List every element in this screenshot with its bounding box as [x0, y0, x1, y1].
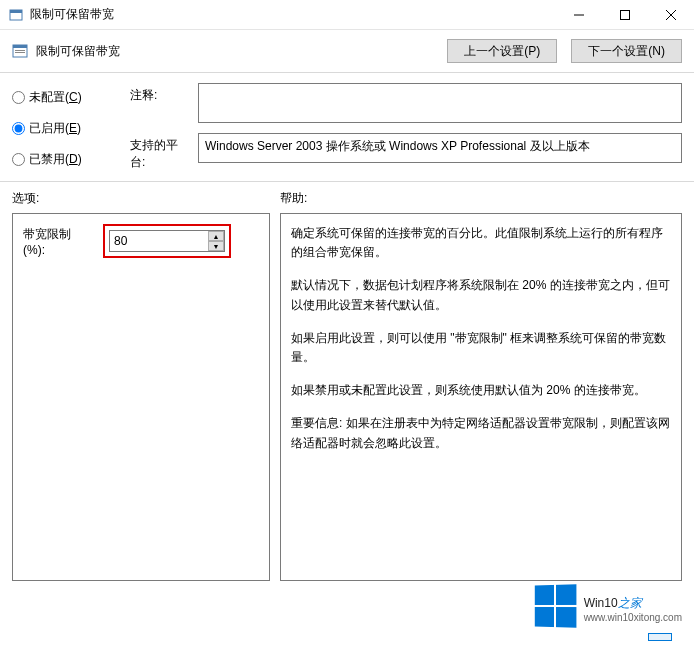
radio-disabled-label: 已禁用(D) — [29, 151, 82, 168]
close-button[interactable] — [648, 0, 694, 30]
app-icon — [8, 7, 24, 23]
next-setting-label: 下一个设置(N) — [588, 43, 665, 60]
options-section-label: 选项: — [12, 190, 280, 207]
radio-enabled-input[interactable] — [12, 122, 25, 135]
maximize-button[interactable] — [602, 0, 648, 30]
watermark-url: www.win10xitong.com — [584, 612, 682, 623]
config-section: 未配置(C) 已启用(E) 已禁用(D) 注释: 支持的平台: Windows … — [0, 73, 694, 171]
window-title: 限制可保留带宽 — [30, 6, 556, 23]
policy-title: 限制可保留带宽 — [36, 43, 433, 60]
spinner-down-button[interactable]: ▼ — [208, 241, 224, 251]
next-setting-button[interactable]: 下一个设置(N) — [571, 39, 682, 63]
platform-row: 支持的平台: Windows Server 2003 操作系统或 Windows… — [130, 133, 682, 171]
help-panel[interactable]: 确定系统可保留的连接带宽的百分比。此值限制系统上运行的所有程序的组合带宽保留。 … — [280, 213, 682, 581]
window-controls — [556, 0, 694, 30]
comment-label: 注释: — [130, 83, 190, 104]
spinner-up-button[interactable]: ▲ — [208, 231, 224, 241]
bandwidth-label: 带宽限制 (%): — [23, 226, 95, 257]
spinner-buttons: ▲ ▼ — [208, 231, 224, 251]
bandwidth-row: 带宽限制 (%): ▲ ▼ — [23, 224, 259, 258]
help-section-label: 帮助: — [280, 190, 307, 207]
radio-enabled[interactable]: 已启用(E) — [12, 120, 120, 137]
comment-input[interactable] — [198, 83, 682, 123]
svg-rect-7 — [13, 45, 27, 48]
bandwidth-highlight: ▲ ▼ — [103, 224, 231, 258]
platform-value: Windows Server 2003 操作系统或 Windows XP Pro… — [198, 133, 682, 163]
prev-setting-button[interactable]: 上一个设置(P) — [447, 39, 557, 63]
radio-not-configured-label: 未配置(C) — [29, 89, 82, 106]
help-text: 重要信息: 如果在注册表中为特定网络适配器设置带宽限制，则配置该网络适配器时就会… — [291, 414, 671, 452]
svg-rect-9 — [15, 52, 25, 53]
meta-fields: 注释: 支持的平台: Windows Server 2003 操作系统或 Win… — [130, 83, 682, 171]
minimize-button[interactable] — [556, 0, 602, 30]
radio-enabled-label: 已启用(E) — [29, 120, 81, 137]
help-text: 如果禁用或未配置此设置，则系统使用默认值为 20% 的连接带宽。 — [291, 381, 671, 400]
radio-disabled-input[interactable] — [12, 153, 25, 166]
options-panel: 带宽限制 (%): ▲ ▼ — [12, 213, 270, 581]
platform-label: 支持的平台: — [130, 133, 190, 171]
watermark-text: Win10之家 www.win10xitong.com — [584, 589, 682, 623]
policy-icon — [12, 43, 28, 59]
state-radios: 未配置(C) 已启用(E) 已禁用(D) — [12, 83, 120, 171]
svg-rect-3 — [621, 10, 630, 19]
comment-row: 注释: — [130, 83, 682, 123]
toolbar: 限制可保留带宽 上一个设置(P) 下一个设置(N) — [0, 30, 694, 72]
radio-not-configured-input[interactable] — [12, 91, 25, 104]
section-labels: 选项: 帮助: — [0, 182, 694, 213]
dialog-buttons-clipped — [648, 633, 672, 641]
titlebar: 限制可保留带宽 — [0, 0, 694, 30]
prev-setting-label: 上一个设置(P) — [464, 43, 540, 60]
radio-disabled[interactable]: 已禁用(D) — [12, 151, 120, 168]
dialog-button[interactable] — [648, 633, 672, 641]
help-text: 默认情况下，数据包计划程序将系统限制在 20% 的连接带宽之内，但可以使用此设置… — [291, 276, 671, 314]
svg-rect-8 — [15, 50, 25, 51]
svg-rect-1 — [10, 10, 22, 13]
radio-not-configured[interactable]: 未配置(C) — [12, 89, 120, 106]
help-text: 确定系统可保留的连接带宽的百分比。此值限制系统上运行的所有程序的组合带宽保留。 — [291, 224, 671, 262]
help-text: 如果启用此设置，则可以使用 "带宽限制" 框来调整系统可保留的带宽数量。 — [291, 329, 671, 367]
panels: 带宽限制 (%): ▲ ▼ 确定系统可保留的连接带宽的百分比。此值限制系统上运行… — [0, 213, 694, 593]
